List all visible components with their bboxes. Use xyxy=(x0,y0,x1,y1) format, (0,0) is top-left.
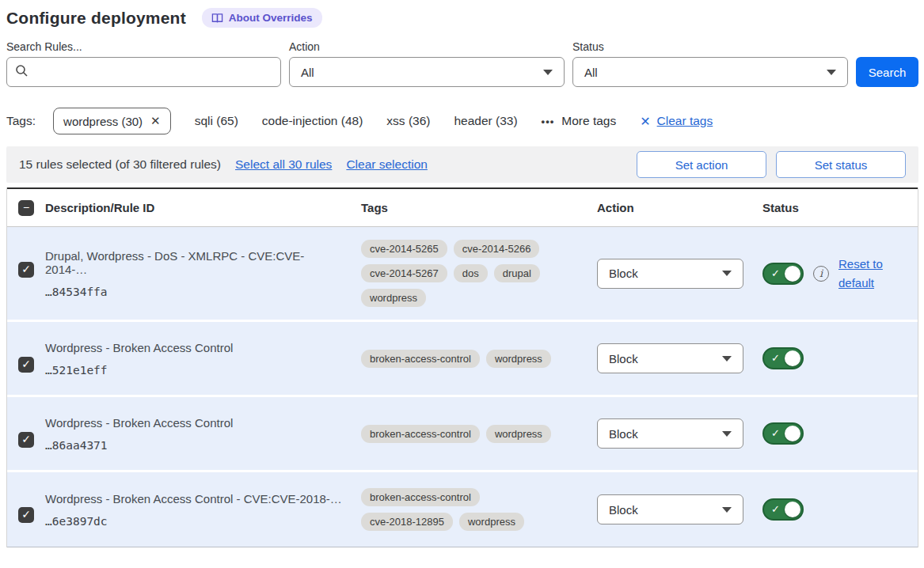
row-checkbox[interactable]: ✓ xyxy=(18,432,34,448)
row-checkbox[interactable]: ✓ xyxy=(18,507,34,523)
action-value: Block xyxy=(609,267,638,280)
row-checkbox[interactable]: ✓ xyxy=(18,262,34,278)
selection-summary: 15 rules selected (of 30 filtered rules) xyxy=(19,157,221,172)
action-value: Block xyxy=(609,352,638,365)
tag-pill: cve-2014-5266 xyxy=(454,240,540,258)
selected-tag-wordpress[interactable]: wordpress (30) ✕ xyxy=(53,108,171,134)
rule-tags: broken-access-controlwordpress xyxy=(361,425,561,443)
column-header-description: Description/Rule ID xyxy=(45,201,361,214)
table-header: − Description/Rule ID Tags Action Status xyxy=(7,187,918,227)
info-icon[interactable]: i xyxy=(813,266,829,282)
table-row: ✓ Drupal, Wordpress - DoS - XMLRPC - CVE… xyxy=(7,227,918,322)
status-toggle[interactable]: ✓ xyxy=(762,263,804,285)
set-status-button[interactable]: Set status xyxy=(776,151,906,178)
search-button[interactable]: Search xyxy=(856,57,918,87)
filter-bar: Search Rules... Action All Status All Se… xyxy=(6,40,918,87)
row-checkbox[interactable]: ✓ xyxy=(18,357,34,373)
column-header-tags: Tags xyxy=(361,201,597,214)
more-tags-button[interactable]: ••• More tags xyxy=(542,114,617,128)
rule-id: …84534ffa xyxy=(45,286,345,298)
clear-tags-link[interactable]: ✕ Clear tags xyxy=(640,114,713,129)
rule-tags: cve-2014-5265cve-2014-5266cve-2014-5267d… xyxy=(361,240,561,307)
toggle-knob xyxy=(785,350,800,366)
table-row: ✓ Wordpress - Broken Access Control - CV… xyxy=(7,472,918,547)
tag-pill: cve-2018-12895 xyxy=(361,513,453,531)
tags-bar: Tags: wordpress (30) ✕ sqli (65)code-inj… xyxy=(6,108,918,134)
select-all-checkbox[interactable]: − xyxy=(18,200,34,216)
table-row: ✓ Wordpress - Broken Access Control …521… xyxy=(7,322,918,397)
selected-tag-label: wordpress (30) xyxy=(63,115,143,128)
action-filter-select[interactable]: All xyxy=(289,57,565,87)
tag-pill: cve-2014-5265 xyxy=(361,240,447,258)
toggle-knob xyxy=(785,426,800,441)
rule-description: Wordpress - Broken Access Control xyxy=(45,416,345,430)
rule-description: Wordpress - Broken Access Control - CVE:… xyxy=(45,492,345,506)
tag-pill: drupal xyxy=(494,264,540,282)
tag-option[interactable]: xss (36) xyxy=(386,114,430,128)
tag-pill: wordpress xyxy=(361,289,426,307)
tag-option[interactable]: header (33) xyxy=(454,114,517,128)
search-rules-label: Search Rules... xyxy=(6,40,281,53)
status-toggle[interactable]: ✓ xyxy=(762,347,804,369)
action-select[interactable]: Block xyxy=(597,418,743,449)
rule-id: …521e1eff xyxy=(45,364,345,377)
chevron-down-icon xyxy=(722,431,732,437)
toggle-knob xyxy=(785,502,800,517)
ellipsis-icon: ••• xyxy=(542,115,555,127)
status-filter-select[interactable]: All xyxy=(572,57,848,87)
check-icon: ✓ xyxy=(771,503,780,515)
rule-tags: broken-access-controlwordpress xyxy=(361,350,561,368)
table-row: ✓ Wordpress - Broken Access Control …86a… xyxy=(7,397,918,472)
tag-pill: broken-access-control xyxy=(361,350,480,368)
action-select[interactable]: Block xyxy=(597,343,743,373)
tag-option[interactable]: code-injection (48) xyxy=(262,114,363,128)
status-toggle[interactable]: ✓ xyxy=(762,498,804,521)
action-filter-value: All xyxy=(301,66,314,79)
tag-pill: dos xyxy=(454,264,488,282)
clear-selection-link[interactable]: Clear selection xyxy=(346,157,428,172)
action-filter-label: Action xyxy=(289,40,565,53)
action-select[interactable]: Block xyxy=(597,494,743,524)
status-toggle[interactable]: ✓ xyxy=(762,422,804,445)
book-icon xyxy=(211,13,223,24)
reset-to-default-link[interactable]: Reset to default xyxy=(838,255,891,292)
select-all-link[interactable]: Select all 30 rules xyxy=(235,157,332,172)
set-action-button[interactable]: Set action xyxy=(637,151,766,178)
tag-pill: wordpress xyxy=(486,425,551,443)
search-rules-input[interactable] xyxy=(35,66,272,79)
remove-tag-icon[interactable]: ✕ xyxy=(150,114,161,128)
tag-pill: broken-access-control xyxy=(361,425,480,443)
search-rules-box xyxy=(6,57,281,87)
table-body: ✓ Drupal, Wordpress - DoS - XMLRPC - CVE… xyxy=(7,227,918,547)
tag-pill: wordpress xyxy=(486,350,551,368)
page-header: Configure deployment About Overrides xyxy=(6,8,918,28)
tag-pill: broken-access-control xyxy=(361,488,480,506)
action-value: Block xyxy=(609,503,638,517)
rule-tags: broken-access-controlcve-2018-12895wordp… xyxy=(361,488,561,531)
rule-id: …6e3897dc xyxy=(45,515,345,528)
more-tags-label: More tags xyxy=(561,114,616,128)
toggle-knob xyxy=(785,266,800,282)
close-icon: ✕ xyxy=(640,114,650,129)
rule-id: …86aa4371 xyxy=(45,439,345,452)
action-value: Block xyxy=(609,427,638,441)
tag-option[interactable]: sqli (65) xyxy=(195,114,238,128)
status-filter-label: Status xyxy=(572,40,848,53)
chevron-down-icon xyxy=(722,507,732,513)
tag-pill: wordpress xyxy=(459,513,524,531)
chevron-down-icon xyxy=(827,70,836,75)
about-overrides-badge[interactable]: About Overrides xyxy=(202,8,322,28)
rule-description: Drupal, Wordpress - DoS - XMLRPC - CVE:C… xyxy=(45,249,345,276)
chevron-down-icon xyxy=(722,356,732,362)
rules-table: − Description/Rule ID Tags Action Status… xyxy=(6,187,918,547)
chevron-down-icon xyxy=(543,70,553,75)
tag-pill: cve-2014-5267 xyxy=(361,264,447,282)
chevron-down-icon xyxy=(722,271,732,276)
tags-label: Tags: xyxy=(6,114,36,128)
about-overrides-label: About Overrides xyxy=(229,12,313,24)
action-select[interactable]: Block xyxy=(597,259,743,289)
check-icon: ✓ xyxy=(771,427,780,439)
page-title: Configure deployment xyxy=(6,9,186,28)
column-header-status: Status xyxy=(759,201,918,214)
search-icon xyxy=(15,64,29,81)
